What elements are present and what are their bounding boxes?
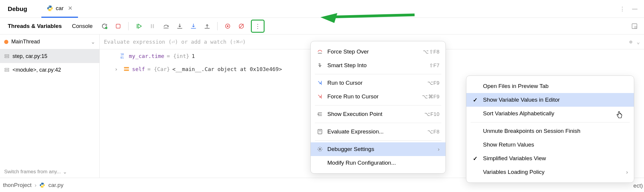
check-icon: ✓ bbox=[473, 97, 478, 103]
svg-point-28 bbox=[318, 114, 319, 115]
variable-object-icon bbox=[123, 66, 130, 72]
svg-rect-13 bbox=[634, 26, 637, 29]
variable-binary-icon: 1001 bbox=[120, 53, 126, 59]
svg-marker-23 bbox=[320, 9, 337, 23]
menu-item-modify-run-config[interactable]: Modify Run Configuration... bbox=[311, 156, 446, 170]
smart-step-into-icon bbox=[317, 62, 323, 69]
frames-panel: MainThread ⌄ step, car.py:15 <module>, c… bbox=[0, 34, 100, 178]
variable-value: <__main__.Car object at 0x103e469> bbox=[172, 66, 282, 72]
breadcrumb-file[interactable]: car.py bbox=[48, 182, 63, 188]
menu-item-unmute-breakpoints[interactable]: Unmute Breakpoints on Session Finish bbox=[466, 124, 634, 138]
svg-rect-20 bbox=[124, 67, 129, 69]
chevron-down-icon: ⌄ bbox=[63, 169, 67, 175]
menu-separator bbox=[315, 74, 441, 74]
thread-name: MainThread bbox=[11, 39, 40, 45]
svg-point-33 bbox=[321, 132, 321, 132]
add-watch-icon[interactable]: ⊕ bbox=[629, 39, 632, 45]
menu-item-force-run-to-cursor[interactable]: Force Run to Cursor ⌥⌘F9 bbox=[311, 90, 446, 103]
thread-status-icon bbox=[4, 40, 8, 44]
stop-icon[interactable] bbox=[113, 21, 124, 32]
menu-separator bbox=[315, 140, 441, 141]
menu-item-smart-step-into[interactable]: Smart Step Into ⇧F7 bbox=[311, 59, 446, 72]
step-out-icon[interactable] bbox=[202, 21, 212, 32]
step-into-icon[interactable] bbox=[174, 21, 185, 32]
chevron-down-icon: ⌄ bbox=[91, 39, 95, 45]
menu-item-show-execution-point[interactable]: Show Execution Point ⌥F10 bbox=[311, 107, 446, 121]
mute-breakpoints-icon[interactable] bbox=[236, 21, 247, 32]
overflow-text: ect) bbox=[633, 182, 643, 189]
menu-separator bbox=[315, 123, 441, 123]
svg-rect-14 bbox=[5, 55, 9, 56]
menu-item-variables-loading-policy[interactable]: Variables Loading Policy › bbox=[466, 165, 634, 179]
menu-item-show-return-values[interactable]: Show Return Values bbox=[466, 138, 634, 152]
menu-item-force-step-over[interactable]: Force Step Over ⌥⇧F8 bbox=[311, 45, 446, 59]
frame-label: step, car.py:15 bbox=[12, 53, 47, 59]
view-breakpoints-icon[interactable] bbox=[222, 21, 233, 32]
svg-rect-1 bbox=[116, 24, 120, 28]
close-tab-icon[interactable]: ✕ bbox=[68, 5, 73, 12]
debug-title: Debug bbox=[2, 5, 32, 12]
chevron-right-icon[interactable]: › bbox=[115, 66, 118, 72]
debugger-settings-submenu: Open Files in Preview Tab ✓ Show Variabl… bbox=[466, 75, 634, 183]
menu-item-simplified-variables[interactable]: ✓ Simplified Variables View bbox=[466, 152, 634, 165]
menu-item-show-variable-values[interactable]: ✓ Show Variable Values in Editor bbox=[466, 93, 634, 107]
step-into-my-code-icon[interactable] bbox=[188, 21, 199, 32]
svg-rect-21 bbox=[124, 70, 129, 71]
more-actions-menu: Force Step Over ⌥⇧F8 Smart Step Into ⇧F7… bbox=[310, 41, 446, 174]
svg-text:10: 10 bbox=[121, 53, 124, 56]
svg-rect-15 bbox=[5, 57, 9, 58]
gear-icon bbox=[317, 146, 323, 152]
svg-point-32 bbox=[320, 132, 320, 132]
layout-settings-icon[interactable] bbox=[629, 21, 640, 32]
more-vertical-icon[interactable]: ⋮ bbox=[620, 6, 625, 12]
minimize-icon[interactable]: — bbox=[632, 6, 637, 12]
python-file-icon bbox=[47, 5, 53, 12]
pause-icon[interactable] bbox=[147, 21, 158, 32]
svg-rect-3 bbox=[153, 24, 154, 28]
check-icon: ✓ bbox=[473, 155, 478, 162]
more-actions-button[interactable]: ⋮ bbox=[251, 20, 265, 33]
tab-console[interactable]: Console bbox=[68, 23, 96, 29]
menu-item-debugger-settings[interactable]: Debugger Settings › bbox=[311, 142, 446, 156]
file-tab-car[interactable]: car ✕ bbox=[41, 0, 78, 18]
more-vertical-icon: ⋮ bbox=[255, 23, 261, 30]
svg-point-9 bbox=[227, 25, 229, 27]
file-tab-label: car bbox=[56, 5, 63, 12]
execution-point-icon bbox=[317, 111, 323, 117]
svg-rect-17 bbox=[5, 70, 9, 72]
menu-item-run-to-cursor[interactable]: Run to Cursor ⌥F9 bbox=[311, 76, 446, 90]
tab-threads-variables[interactable]: Threads & Variables bbox=[4, 23, 65, 29]
menu-item-open-files-preview[interactable]: Open Files in Preview Tab bbox=[466, 79, 634, 93]
menu-item-evaluate-expression[interactable]: Evaluate Expression... ⌥F8 bbox=[311, 125, 446, 139]
run-to-cursor-icon bbox=[317, 80, 323, 86]
menu-separator bbox=[315, 105, 441, 106]
variable-type: = {Car} bbox=[147, 66, 170, 72]
breadcrumb-part[interactable]: thonProject bbox=[3, 182, 32, 188]
frame-icon bbox=[4, 67, 10, 73]
chevron-down-icon[interactable]: ⌄ bbox=[637, 39, 640, 45]
frame-label: <module>, car.py:42 bbox=[12, 67, 61, 73]
rerun-icon[interactable] bbox=[99, 21, 110, 32]
svg-rect-16 bbox=[5, 68, 9, 70]
separator bbox=[128, 22, 129, 30]
variable-value: 1 bbox=[192, 53, 195, 59]
menu-item-sort-variables[interactable]: Sort Variables Alphabetically bbox=[466, 107, 634, 120]
frame-icon bbox=[4, 53, 10, 59]
svg-point-31 bbox=[319, 132, 319, 132]
variable-name: my_car.time bbox=[129, 53, 164, 59]
svg-text:01: 01 bbox=[121, 56, 124, 59]
variable-type: = {int} bbox=[167, 53, 189, 59]
chevron-right-icon: › bbox=[626, 169, 628, 175]
resume-icon[interactable] bbox=[133, 21, 144, 32]
variable-name: self bbox=[132, 66, 145, 72]
svg-rect-2 bbox=[151, 24, 152, 28]
separator bbox=[217, 22, 218, 30]
stack-frame-row[interactable]: step, car.py:15 bbox=[0, 49, 99, 63]
stack-frame-row[interactable]: <module>, car.py:42 bbox=[0, 63, 99, 77]
force-step-over-icon bbox=[317, 48, 323, 55]
chevron-right-icon: › bbox=[438, 146, 440, 152]
switch-frames-hint[interactable]: Switch frames from any... ⌄ bbox=[0, 166, 99, 178]
thread-selector[interactable]: MainThread ⌄ bbox=[0, 34, 99, 49]
force-run-to-cursor-icon bbox=[317, 93, 323, 100]
step-over-icon[interactable] bbox=[161, 21, 171, 32]
